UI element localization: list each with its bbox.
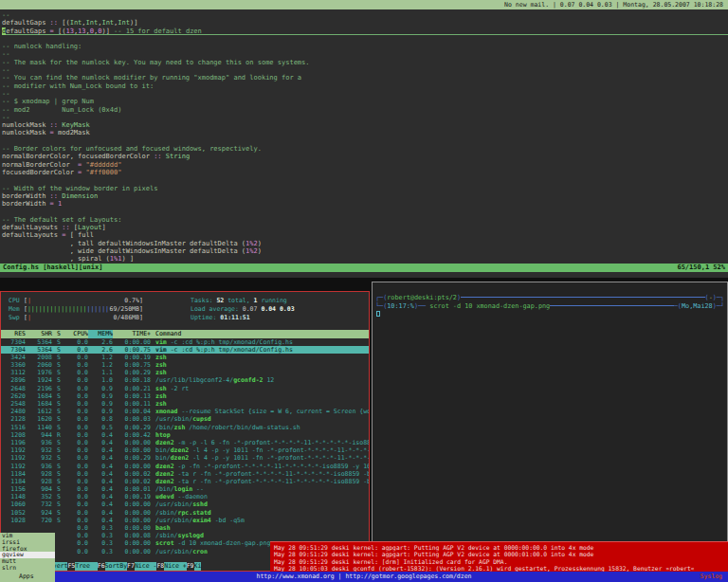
vim-window[interactable]: --defaultGaps :: [(Int,Int,Int,Int)]defa… (0, 9, 728, 278)
htop-fkey-segment[interactable]: Nice - (135, 562, 156, 571)
htop-process-row[interactable]: 1196936S0.00.40:00.00dzen2 -m -p -l 6 -f… (1, 439, 369, 446)
htop-column-res[interactable]: RES (1, 330, 26, 338)
editor-line: -- (2, 50, 728, 58)
htop-column-s[interactable]: S (52, 330, 65, 338)
editor-line: , wide defaultWindowsInMaster defaultDel… (2, 247, 728, 255)
syslog-line: May 28 09:51:29 deski kernel: agpgart: P… (274, 551, 728, 557)
editor-line: -- numlock handling: (2, 43, 728, 50)
htop-window[interactable]: CPU[|0.7%]Mem[||||||||||||||||||||||69/2… (0, 291, 370, 572)
htop-process-row[interactable]: 24801612S0.00.90:00.04xmonad --resume St… (1, 408, 369, 415)
status-bar-bottom: http://www.xmonad.org | http://gotmor.go… (0, 572, 728, 582)
apps-menu-title[interactable]: Apps (0, 572, 55, 582)
editor-line: , tall defaultWindowsInMaster defaultDel… (2, 240, 728, 247)
editor-line: -- modifier with Num_Lock bound to it: (2, 82, 728, 90)
terminal-line: └─(10:17:%)── scrot -d 10 xmonad-dzen-ga… (375, 302, 724, 311)
editor-line: -- (2, 11, 728, 19)
editor-line: -- The mask for the numlock key. You may… (2, 59, 728, 66)
editor-line (2, 176, 728, 184)
editor-line (2, 208, 728, 215)
menu-item-slrn[interactable]: slrn (0, 565, 55, 572)
htop-process-row[interactable]: 1208944R0.00.40:00.42htop (1, 431, 369, 439)
htop-column-mem[interactable]: MEM% (88, 330, 113, 338)
htop-process-row[interactable]: 1192932S0.00.40:00.29bin/dzen2 -l 4 -p -… (1, 454, 369, 462)
htop-fkey-segment[interactable]: F7 (127, 562, 135, 571)
editor-line: -- (2, 90, 728, 98)
vim-statusline-file: Config.hs [haskell][unix] (3, 264, 102, 272)
editor-line: defaultGaps :: [(Int,Int,Int,Int)] (2, 19, 728, 27)
htop-fkey-segment[interactable]: Tree (75, 562, 97, 571)
htop-process-row[interactable]: 15161140S0.00.50:00.29/bin/zsh /home/rob… (1, 424, 369, 431)
htop-fkey-segment[interactable]: Nice + (164, 562, 186, 571)
vim-statusline: Config.hs [haskell][unix] 65/150,1 52% (0, 264, 728, 272)
editor-lines[interactable]: --defaultGaps :: [(Int,Int,Int,Int)]defa… (2, 11, 728, 264)
terminal-window[interactable]: ┌─(robert@deski:pts/2)(-)─┐└─(10:17:%)──… (372, 282, 728, 572)
editor-line: -- (2, 66, 728, 74)
syslog-lines: May 28 09:51:29 deski kernel: agpgart: P… (274, 544, 728, 572)
editor-line: -- mod2 Num_Lock (0x4d) (2, 106, 728, 114)
editor-line: normalBorderColor, focusedBorderColor ::… (2, 153, 728, 160)
editor-line: focusedBorderColor = "#ff0000" (2, 169, 728, 176)
htop-process-row[interactable]: 1028720S0.00.40:00.00/usr/sbin/exim4 -bd… (1, 517, 369, 524)
htop-process-row[interactable]: 28961924S0.01.00:00.18/usr/lib/libgconf2… (1, 376, 369, 384)
htop-fkey-segment[interactable]: SortBy (105, 562, 127, 571)
htop-meter-column: CPU[|0.7%]Mem[||||||||||||||||||||||69/2… (9, 297, 143, 322)
syslog-line: May 28 09:51:29 deski kernel: [drm] Init… (274, 558, 728, 565)
htop-process-row[interactable]: 26482196S0.00.90:00.21ssh -2 rt (1, 385, 369, 392)
editor-line: normalBorderColor = "#dddddd" (2, 161, 728, 169)
editor-line: numlockMask :: KeyMask (2, 121, 728, 129)
htop-process-row[interactable]: 73045364S0.02.60:00.75vim -c :cd %:p:h t… (1, 346, 369, 354)
status-bar-top-text: No new mail. | 0.07 0.04 0.03 | Montag, … (504, 1, 723, 9)
htop-process-row[interactable]: 34242008S0.01.20:00.19zsh (1, 354, 369, 361)
htop-column-cpu[interactable]: CPU% (65, 330, 88, 338)
htop-process-row[interactable]: 1148352S0.00.40:00.19udevd --daemon (1, 493, 369, 500)
htop-process-row[interactable]: 31121976S0.01.10:00.29zsh (1, 369, 369, 376)
htop-fkey-segment[interactable]: Ki (194, 562, 202, 571)
htop-process-row[interactable]: 1184928S0.00.40:00.02dzen2 -ta r -fn -*-… (1, 470, 369, 478)
syslog-line: May 28 10:05:03 deski gconfd (robert-158… (274, 565, 728, 572)
htop-meter-cpu: CPU[|0.7%] (9, 297, 143, 305)
htop-process-row[interactable]: 1060732S0.00.40:00.00/usr/sbin/sshd (1, 500, 369, 508)
editor-line: -- Width of the window border in pixels (2, 185, 728, 192)
htop-column-shr[interactable]: SHR (26, 330, 52, 338)
htop-fkey-segment[interactable]: F6 (98, 562, 105, 571)
apps-menu[interactable]: vimirssifirefoxgqviewmuttslrn (0, 533, 55, 572)
htop-process-row[interactable]: 1192932S0.00.40:00.00bin/dzen2 -l 4 -p -… (1, 446, 369, 454)
htop-process-row[interactable]: 1184928S0.00.40:00.02dzen2 -ta r -fn -*-… (1, 478, 369, 485)
htop-process-row[interactable]: 0.00.30:00.08/sbin/syslogd (1, 532, 369, 539)
status-bar-syslog-label: Syslog (701, 572, 722, 582)
htop-fkey-segment[interactable]: F5 (67, 562, 75, 571)
htop-summary-column: Tasks: 52 total, 1 runningLoad average: … (191, 297, 295, 322)
editor-line: numlockMask = mod2Mask (2, 129, 728, 136)
htop-process-row[interactable]: 33602060S0.01.20:00.75zsh (1, 361, 369, 369)
editor-line (2, 35, 728, 43)
status-bar-top: No new mail. | 0.07 0.04 0.03 | Montag, … (0, 0, 728, 9)
htop-process-row[interactable]: 25481684S0.00.90:00.11zsh (1, 400, 369, 408)
terminal-lines: ┌─(robert@deski:pts/2)(-)─┐└─(10:17:%)──… (375, 294, 724, 310)
htop-process-row[interactable]: 0.00.30:00.00bash (1, 524, 369, 532)
editor-line: defaultLayouts :: [Layout] (2, 224, 728, 231)
status-bar-urls: http://www.xmonad.org | http://gotmor.go… (0, 572, 728, 582)
editor-line: , spiral (1%1) ] (2, 255, 728, 263)
editor-line: defaultLayouts = [ full (2, 231, 728, 239)
editor-line: -- $ xmodmap | grep Num (2, 98, 728, 105)
editor-line: borderWidth = 1 (2, 200, 728, 208)
editor-line: -- Border colors for unfocused and focus… (2, 145, 728, 153)
terminal-line: ┌─(robert@deski:pts/2)(-)─┐ (375, 294, 724, 302)
htop-process-row[interactable]: 1156904S0.00.40:00.01/bin/login -- (1, 485, 369, 493)
htop-fkey-segment[interactable]: F9 (187, 562, 194, 571)
htop-process-row[interactable]: 21281620S0.00.80:00.03/usr/sbin/cupsd (1, 415, 369, 423)
htop-process-list[interactable]: 73045364S0.02.60:00.00vim -c :cd %:p:h t… (1, 338, 369, 563)
editor-line: -- The default set of Layouts: (2, 216, 728, 224)
htop-header-row[interactable]: RESSHRSCPU%MEM%TIME+Command (1, 330, 369, 338)
htop-process-row[interactable]: 1192936S0.00.40:00.00dzen2 -p -fn -*-pro… (1, 463, 369, 470)
htop-column-time[interactable]: TIME+ (113, 330, 151, 338)
htop-process-row[interactable]: 26201684S0.00.90:00.13zsh (1, 392, 369, 400)
htop-fkey-segment[interactable]: F8 (156, 562, 164, 571)
syslog-window: May 28 09:51:29 deski kernel: agpgart: P… (270, 541, 728, 572)
editor-line: defaultGaps = [(13,13,0,0)] -- 15 for de… (2, 27, 728, 35)
editor-line (2, 137, 728, 145)
htop-process-row[interactable]: 1052924S0.00.40:00.00/sbin/rpc.statd (1, 509, 369, 517)
htop-column-command[interactable]: Command (155, 330, 181, 338)
terminal-cursor (376, 311, 380, 317)
htop-process-row[interactable]: 73045364S0.02.60:00.00vim -c :cd %:p:h t… (1, 338, 369, 346)
